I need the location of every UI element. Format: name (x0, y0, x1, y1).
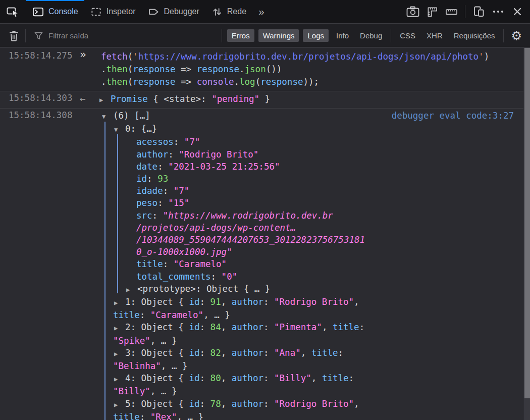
token: ( (255, 77, 261, 87)
settings-gear-icon[interactable]: ⚙ (507, 30, 525, 42)
token: } (259, 94, 270, 104)
token: ' (133, 51, 138, 62)
more-options-icon (492, 6, 504, 18)
token: "Pimenta" (274, 322, 322, 332)
token: "15" (168, 198, 189, 208)
disclosure-triangle[interactable]: ▶ (114, 399, 125, 411)
token: 1: Object { (125, 297, 189, 307)
token: "Ana" (274, 348, 301, 358)
token: : (163, 259, 174, 269)
tabs-overflow-button[interactable]: » (252, 0, 271, 23)
tab-inspector[interactable]: Inspetor (84, 0, 142, 23)
timestamp: 15:58:14.308 (9, 110, 72, 120)
token: , (221, 399, 232, 409)
tab-label: Console (48, 7, 78, 16)
clear-console-button[interactable] (5, 28, 22, 43)
url-link[interactable]: 0_o-1000x1000.jpg (136, 247, 227, 257)
token: ( (128, 64, 133, 74)
chevron-right-icon: » (258, 6, 264, 18)
console-line: "Spike", … } (0, 335, 530, 347)
token: ()) (266, 64, 282, 74)
disclosure-triangle[interactable]: ▼ (114, 124, 125, 136)
token: : (147, 174, 157, 184)
filter-output-input[interactable]: Filtrar saída (34, 31, 219, 40)
token: <prototype>: Object { … } (137, 284, 270, 294)
disclosure-triangle[interactable]: ▶ (99, 94, 111, 107)
token: author (232, 322, 263, 332)
token: , … } (161, 361, 188, 371)
tab-console[interactable]: Console (26, 0, 84, 23)
token: "Billy" (113, 386, 150, 396)
scrollbar-thumb[interactable] (524, 48, 530, 398)
measure-button[interactable] (443, 4, 460, 19)
token: => (176, 77, 197, 87)
token: . (234, 77, 239, 87)
console-line: ▶5: Object { id: 78, author: "Rodrigo Br… (0, 398, 530, 411)
filter-logs-button[interactable]: Logs (303, 29, 329, 42)
disclosure-triangle[interactable]: ▶ (114, 373, 125, 385)
filter-requests-button[interactable]: Requisições (450, 29, 499, 42)
input-marker-icon: » (80, 48, 86, 61)
token: : (200, 297, 210, 307)
token: : (168, 149, 179, 160)
filter-xhr-button[interactable]: XHR (422, 29, 447, 42)
token: : (140, 412, 150, 420)
tab-network[interactable]: Rede (205, 0, 252, 23)
rulers-icon (427, 6, 438, 18)
node-picker-button[interactable] (0, 0, 26, 23)
token: 2: Object { (125, 322, 189, 332)
close-devtools-button[interactable] (509, 4, 526, 19)
token: "7" (184, 137, 200, 147)
rulers-button[interactable] (423, 4, 441, 19)
disclosure-triangle[interactable]: ▶ (114, 348, 125, 360)
tab-label: Rede (227, 7, 246, 16)
url-link[interactable]: https://www.rodrigobrito.dev.br/projetos… (138, 51, 479, 62)
filter-warnings-button[interactable]: Warnings (258, 29, 299, 42)
console-line: idade: "7" (0, 185, 530, 197)
token: , (221, 322, 232, 332)
devtools-window: Console Inspetor Debugger Rede » (0, 0, 530, 420)
token: 4: Object { (125, 373, 189, 383)
token: id (189, 373, 199, 383)
more-options-button[interactable] (490, 4, 507, 19)
token: : (157, 162, 168, 172)
url-link[interactable]: /10344089_559047444207653_30122823756753… (136, 235, 365, 245)
console-line: src: "https://www.rodrigobrito.dev.br (0, 209, 530, 222)
devtools-tabbar: Console Inspetor Debugger Rede » (0, 0, 530, 24)
disclosure-triangle[interactable]: ▶ (114, 322, 125, 334)
responsive-design-button[interactable] (470, 4, 488, 19)
filter-css-button[interactable]: CSS (396, 29, 419, 42)
console-line: id: 93 (0, 173, 530, 185)
disclosure-triangle[interactable]: ▶ (126, 284, 137, 296)
url-link[interactable]: https://www.rodrigobrito.dev.br (168, 211, 333, 221)
disclosure-triangle[interactable]: ▼ (102, 111, 113, 123)
token: Promise (111, 94, 148, 104)
filter-errors-button[interactable]: Erros (227, 29, 254, 42)
filter-placeholder: Filtrar saída (48, 31, 88, 40)
screenshot-button[interactable] (404, 4, 421, 19)
timestamp: 15:58:14.303 (9, 93, 72, 103)
filter-debug-button[interactable]: Debug (356, 29, 386, 42)
filterbar-separator (25, 29, 26, 42)
token: author (232, 373, 263, 383)
token: json (245, 64, 266, 74)
token: : (211, 272, 222, 282)
token: "Caramelo" (150, 310, 203, 320)
token: , (354, 399, 359, 409)
token: author (232, 399, 263, 409)
tab-label: Inspetor (107, 7, 136, 16)
disclosure-triangle[interactable]: ▶ (114, 297, 125, 309)
toolbar-separator (465, 5, 465, 18)
source-location-link[interactable]: debugger eval code:3:27 (392, 111, 514, 121)
token: "2021-03-25 21:25:56" (168, 162, 280, 172)
tab-debugger[interactable]: Debugger (142, 0, 205, 23)
token: "Spike" (113, 336, 150, 346)
tree-guide-line (117, 134, 118, 293)
token: "Rodrigo Brito" (274, 399, 354, 409)
token: "Rodrigo Brito" (274, 297, 354, 307)
console-line: .then(response => console.log(response))… (0, 76, 530, 88)
token: : (152, 211, 163, 221)
vertical-scrollbar[interactable] (523, 48, 530, 420)
url-link[interactable]: /projetos/api-dogs/wp-content… (136, 223, 296, 233)
filter-info-button[interactable]: Info (332, 29, 353, 42)
